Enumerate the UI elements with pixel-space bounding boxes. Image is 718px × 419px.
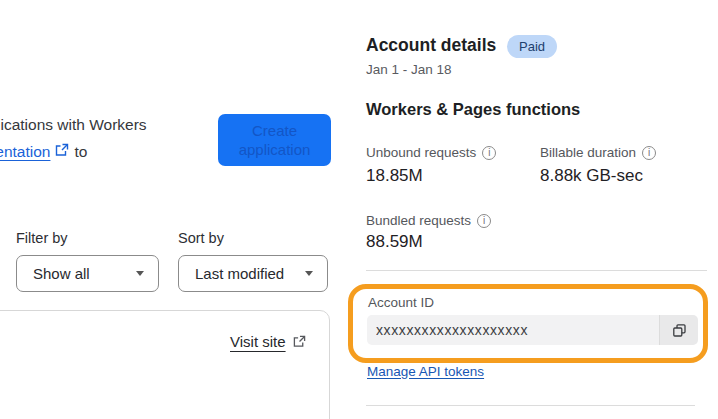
documentation-link[interactable]: cumentation xyxy=(0,143,50,161)
chevron-down-icon xyxy=(136,271,144,276)
paid-status-badge: Paid xyxy=(507,35,557,58)
visit-site-link[interactable]: Visit site xyxy=(230,333,286,350)
info-icon[interactable]: i xyxy=(477,214,491,228)
copy-icon xyxy=(672,323,687,338)
manage-api-tokens-link[interactable]: Manage API tokens xyxy=(367,364,484,379)
filter-dropdown-value: Show all xyxy=(33,265,90,282)
external-link-icon xyxy=(293,335,306,348)
intro-text-line1: lications with Workers xyxy=(0,116,147,134)
project-card xyxy=(0,310,330,419)
billable-duration-label: Billable duration i xyxy=(540,145,656,160)
account-id-input[interactable] xyxy=(367,315,659,345)
divider xyxy=(366,405,695,406)
billable-duration-value: 8.88k GB-sec xyxy=(540,166,643,186)
intro-text-line2: cumentation to xyxy=(0,143,87,161)
copy-account-id-button[interactable] xyxy=(659,315,698,345)
stat-label-text: Billable duration xyxy=(540,145,636,160)
bundled-requests-value: 88.59M xyxy=(366,232,423,252)
external-link-icon xyxy=(55,143,69,161)
divider xyxy=(366,270,707,271)
visit-site-container: Visit site xyxy=(230,333,306,350)
info-icon[interactable]: i xyxy=(642,146,656,160)
account-id-field-row xyxy=(367,315,698,345)
sort-dropdown[interactable]: Last modified xyxy=(178,255,328,292)
unbound-requests-label: Unbound requests i xyxy=(366,145,496,160)
bundled-requests-label: Bundled requests i xyxy=(366,213,491,228)
filter-dropdown[interactable]: Show all xyxy=(16,255,159,292)
create-application-button[interactable]: Create application xyxy=(218,114,331,166)
unbound-requests-value: 18.85M xyxy=(366,166,423,186)
chevron-down-icon xyxy=(305,271,313,276)
sort-by-label: Sort by xyxy=(178,230,224,246)
billing-date-range: Jan 1 - Jan 18 xyxy=(366,62,452,77)
info-icon[interactable]: i xyxy=(482,146,496,160)
filter-by-label: Filter by xyxy=(16,230,68,246)
workers-pages-functions-title: Workers & Pages functions xyxy=(366,100,580,119)
account-details-title: Account details xyxy=(366,35,496,56)
stat-label-text: Unbound requests xyxy=(366,145,476,160)
stat-label-text: Bundled requests xyxy=(366,213,471,228)
account-id-label: Account ID xyxy=(368,295,434,310)
intro-text-suffix: to xyxy=(74,143,87,161)
sort-dropdown-value: Last modified xyxy=(195,265,284,282)
